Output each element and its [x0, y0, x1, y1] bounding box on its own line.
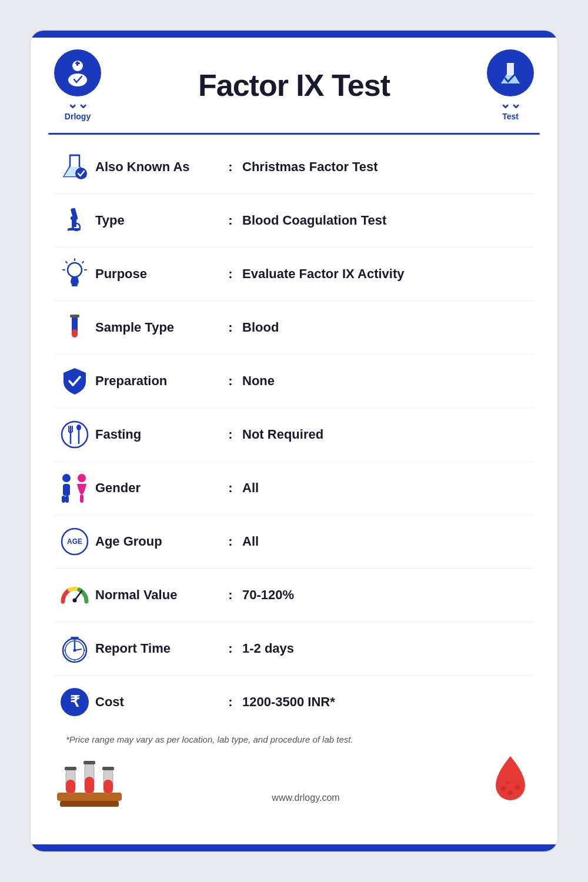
svg-rect-60 [83, 761, 95, 764]
svg-rect-32 [65, 496, 69, 503]
icon-purpose [54, 258, 95, 290]
svg-line-15 [82, 262, 83, 263]
icon-gender [54, 472, 95, 504]
row-fasting: Fasting : Not Required [54, 408, 534, 462]
colon-type: : [219, 213, 242, 228]
svg-rect-59 [85, 777, 94, 794]
label-type: Type [95, 213, 219, 228]
svg-rect-30 [63, 484, 70, 496]
row-normal-value: Normal Value : 70-120% [54, 569, 534, 622]
svg-text:AGE: AGE [67, 537, 82, 546]
label-gender: Gender [95, 480, 219, 496]
colon-gender: : [219, 480, 242, 496]
svg-line-16 [66, 262, 67, 263]
label-fasting: Fasting [95, 427, 219, 442]
svg-point-22 [62, 422, 88, 447]
label-normal-value: Normal Value [95, 587, 219, 603]
colon-report-time: : [219, 641, 242, 656]
value-fasting: Not Required [242, 427, 534, 442]
logo-chevrons: ⌄⌄ [67, 98, 88, 111]
test-icon-area: ⌄⌄ Test [487, 49, 534, 121]
info-section: Also Known As : Christmas Factor Test Ty… [31, 135, 557, 729]
svg-rect-13 [72, 285, 78, 286]
icon-sample-type [54, 312, 95, 343]
colon-age-group: : [219, 534, 242, 549]
colon-also-known-as: : [219, 159, 242, 175]
svg-rect-63 [102, 767, 114, 770]
svg-rect-3 [76, 61, 78, 66]
row-also-known-as: Also Known As : Christmas Factor Test [54, 141, 534, 194]
row-age-group: AGE Age Group : All [54, 515, 534, 569]
test-flask-icon [495, 58, 526, 88]
test-tubes-decoration [54, 750, 125, 809]
row-cost: ₹ Cost : 1200-3500 INR* [54, 676, 534, 729]
value-normal-value: 70-120% [242, 587, 534, 603]
blood-drop-decoration [487, 750, 534, 809]
value-type: Blood Coagulation Test [242, 213, 534, 228]
logo-area: ⌄⌄ Drlogy [54, 49, 101, 121]
svg-point-64 [501, 786, 506, 791]
svg-point-33 [78, 474, 86, 482]
svg-rect-21 [70, 315, 79, 318]
value-purpose: Evaluate Factor IX Activity [242, 266, 534, 282]
colon-cost: : [219, 694, 242, 710]
svg-rect-12 [71, 283, 78, 285]
svg-point-67 [506, 781, 509, 784]
label-age-group: Age Group [95, 534, 219, 549]
colon-sample-type: : [219, 320, 242, 335]
label-report-time: Report Time [95, 641, 219, 656]
icon-cost: ₹ [54, 686, 95, 718]
blood-drop-svg [487, 750, 534, 809]
colon-preparation: : [219, 373, 242, 389]
row-gender: Gender : All [54, 462, 534, 515]
icon-preparation [54, 365, 95, 397]
icon-report-time [54, 633, 95, 664]
value-report-time: 1-2 days [242, 641, 534, 656]
colon-purpose: : [219, 266, 242, 282]
svg-text:₹: ₹ [70, 693, 80, 710]
footer-note: *Price range may vary as per location, l… [31, 729, 557, 744]
footer-bottom: www.drlogy.com [31, 744, 557, 821]
main-title: Factor IX Test [101, 68, 487, 103]
logo-circle [54, 49, 101, 96]
svg-rect-62 [103, 780, 113, 794]
value-age-group: All [242, 534, 534, 549]
svg-point-65 [508, 790, 513, 795]
svg-point-46 [74, 649, 76, 652]
label-preparation: Preparation [95, 373, 219, 389]
svg-point-11 [68, 263, 82, 277]
label-cost: Cost [95, 694, 219, 710]
value-gender: All [242, 480, 534, 496]
value-cost: 1200-3500 INR* [242, 694, 534, 710]
row-report-time: Report Time : 1-2 days [54, 622, 534, 676]
colon-normal-value: : [219, 587, 242, 603]
svg-rect-41 [72, 637, 77, 640]
svg-point-38 [73, 599, 77, 603]
row-sample-type: Sample Type : Blood [54, 301, 534, 355]
icon-fasting [54, 419, 95, 450]
logo-icon [62, 58, 93, 88]
icon-age-group: AGE [54, 526, 95, 557]
row-purpose: Purpose : Evaluate Factor IX Activity [54, 248, 534, 301]
svg-rect-56 [66, 780, 75, 794]
svg-point-4 [75, 168, 87, 179]
header: ⌄⌄ Drlogy Factor IX Test ⌄⌄ [31, 38, 557, 127]
test-circle [487, 49, 534, 96]
value-also-known-as: Christmas Factor Test [242, 159, 534, 175]
card: ⌄⌄ Drlogy Factor IX Test ⌄⌄ [29, 29, 559, 853]
svg-rect-20 [72, 329, 78, 338]
test-chevrons: ⌄⌄ [500, 98, 521, 111]
svg-rect-54 [60, 801, 119, 807]
logo-label: Drlogy [65, 112, 91, 121]
svg-point-28 [76, 425, 81, 430]
row-preparation: Preparation : None [54, 355, 534, 408]
label-purpose: Purpose [95, 266, 219, 282]
test-tubes-svg [54, 750, 125, 809]
svg-rect-31 [62, 496, 65, 503]
svg-rect-57 [65, 767, 76, 770]
label-sample-type: Sample Type [95, 320, 219, 335]
svg-point-66 [515, 785, 520, 790]
title-area: Factor IX Test [101, 68, 487, 103]
label-also-known-as: Also Known As [95, 159, 219, 175]
svg-point-29 [62, 474, 71, 482]
